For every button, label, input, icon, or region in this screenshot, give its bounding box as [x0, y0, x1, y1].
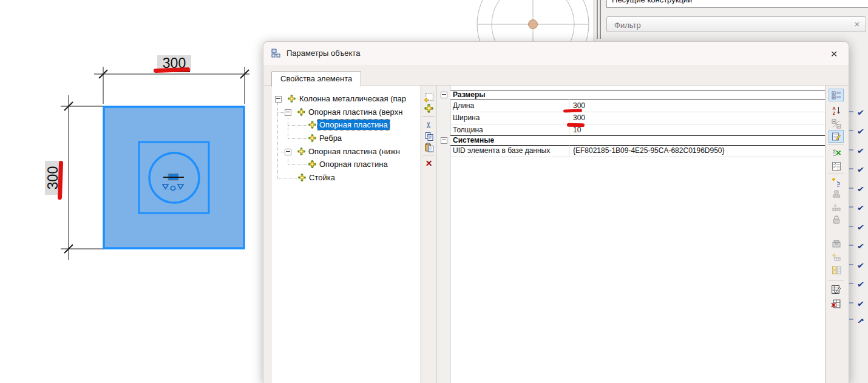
element-plus-icon: [308, 121, 316, 129]
group-collapse-icon[interactable]: [441, 137, 447, 144]
edit-table-button[interactable]: [829, 283, 844, 296]
tick-dash: [849, 149, 853, 151]
toolbar-divider: [828, 174, 844, 174]
svg-text:A: A: [832, 106, 835, 110]
check-toolbar-icon[interactable]: [855, 261, 867, 271]
property-grid-toolbar: A Z: [825, 86, 847, 383]
check-toolbar-icon[interactable]: [855, 165, 867, 175]
add-element-button[interactable]: [423, 92, 435, 103]
tree-item-label: Опорная пластина (верхн: [307, 107, 404, 117]
filter-clear-button[interactable]: ×: [852, 19, 863, 30]
tree-item-label: Колонна металлическая (пар: [297, 93, 408, 104]
tab-element-properties[interactable]: Свойства элемента: [271, 71, 361, 87]
cut-icon: ✂: [424, 119, 434, 130]
dialog-app-icon: [271, 49, 281, 58]
tree-item-label: Стойка: [307, 172, 337, 183]
check-toolbar-icon[interactable]: [855, 127, 867, 137]
property-row-uid: UID элемента в базе данных {EF802185-1B0…: [450, 144, 825, 157]
cad-application: 300 300: [0, 0, 868, 383]
table-columns-button: [829, 263, 844, 276]
tick-dash: [849, 188, 853, 189]
stamp-button: [829, 188, 844, 200]
group-collapse-icon[interactable]: [441, 92, 447, 98]
archive-icon: [832, 239, 841, 249]
top-dimension: [94, 67, 249, 104]
tree-item-column[interactable]: Колонна металлическая (пар: [272, 93, 420, 105]
check-up-toolbar-icon[interactable]: [855, 316, 867, 326]
dialog-titlebar[interactable]: Параметры объекта ×: [263, 42, 849, 65]
toolbar-divider: [422, 155, 435, 155]
filter-input[interactable]: [613, 18, 846, 32]
delete-icon: ✕: [423, 158, 435, 169]
check-toolbar-icon[interactable]: [855, 280, 867, 290]
center-grip-point[interactable]: [529, 20, 538, 29]
tick-dash: [849, 283, 853, 284]
tick-dash: [849, 130, 853, 131]
tree-item-post[interactable]: Стойка: [272, 172, 420, 184]
red-marker-annotation-width: [567, 123, 585, 127]
check-toolbar-icon[interactable]: [855, 203, 867, 214]
element-plus-icon: [297, 147, 305, 155]
tick-dash: [849, 264, 853, 265]
add-child-element-icon: [424, 104, 433, 113]
category-dropdown[interactable]: Несущие конструкции: [606, 0, 868, 8]
property-label: UID элемента в базе данных: [450, 144, 569, 157]
plate-drawing: 300 300: [0, 0, 285, 285]
property-row-thickness: Толщина 10: [450, 124, 825, 136]
lock-icon: [832, 215, 841, 225]
panel-splitter[interactable]: [597, 0, 598, 39]
property-value: {EF802185-1B09-4E25-95CA-682C0196D950}: [570, 144, 825, 157]
categorized-view-icon: [832, 90, 841, 100]
checklist-button[interactable]: [829, 160, 844, 172]
expand-collapse-button[interactable]: [829, 117, 844, 130]
element-plus-icon: [288, 95, 296, 103]
add-element-icon: [424, 92, 434, 103]
property-value[interactable]: 300: [570, 100, 825, 112]
table-check-button[interactable]: [829, 146, 844, 159]
paste-button[interactable]: [423, 142, 435, 153]
check-toolbar-icon[interactable]: [855, 223, 867, 233]
collapse-expander-icon[interactable]: [275, 96, 282, 103]
check-toolbar-icon[interactable]: [855, 242, 867, 252]
element-plus-icon: [308, 134, 316, 142]
collapse-expander-icon[interactable]: [285, 109, 291, 116]
archive-button: [829, 237, 844, 250]
cut-button[interactable]: ✂: [423, 119, 435, 130]
edit-values-icon: [832, 132, 841, 141]
tree-item-bottom-plate-group[interactable]: Опорная пластина (нижн: [272, 146, 420, 158]
collapse-expander-icon[interactable]: [285, 149, 291, 155]
delete-button[interactable]: ✕: [423, 158, 435, 169]
check-toolbar-icon[interactable]: [855, 108, 867, 118]
property-value[interactable]: 300: [570, 112, 825, 124]
element-plus-icon: [298, 174, 306, 181]
tick-dash: [849, 226, 853, 227]
property-label: Толщина: [450, 124, 569, 135]
property-value[interactable]: 10: [570, 124, 825, 135]
new-table-button: [829, 251, 844, 263]
tree-item-support-plate[interactable]: Опорная пластина: [272, 158, 420, 171]
panel-splitter[interactable]: [600, 0, 601, 39]
add-parameter-icon: [832, 177, 841, 187]
delete-table-button[interactable]: [829, 297, 844, 310]
check-toolbar-icon[interactable]: [855, 185, 867, 195]
tree-item-support-plate-selected[interactable]: Опорная пластина: [272, 119, 420, 131]
add-child-element-button[interactable]: [423, 103, 435, 114]
categorized-view-button[interactable]: [829, 89, 844, 101]
element-plus-icon: [308, 160, 316, 168]
tree-item-top-plate-group[interactable]: Опорная пластина (верхн: [272, 106, 420, 118]
left-dimension: [61, 95, 104, 260]
group-header-sizes[interactable]: Размеры: [450, 90, 825, 100]
check-toolbar-icon[interactable]: [855, 146, 867, 157]
copy-button[interactable]: [423, 131, 435, 142]
new-table-icon: [832, 253, 841, 262]
close-icon[interactable]: ×: [827, 47, 841, 61]
filter-field: ×: [606, 16, 866, 32]
add-parameter-button[interactable]: [829, 175, 844, 188]
check-toolbar-icon[interactable]: [855, 299, 867, 310]
svg-text:x: x: [834, 203, 836, 208]
sort-az-button[interactable]: A Z: [829, 104, 844, 117]
tree-item-ribs[interactable]: Ребра: [272, 132, 420, 144]
property-grid: Размеры Длина 300 Ширина 300 Толщина 10 …: [437, 86, 825, 383]
edit-values-button[interactable]: [829, 130, 844, 143]
tick-dash: [849, 168, 853, 169]
